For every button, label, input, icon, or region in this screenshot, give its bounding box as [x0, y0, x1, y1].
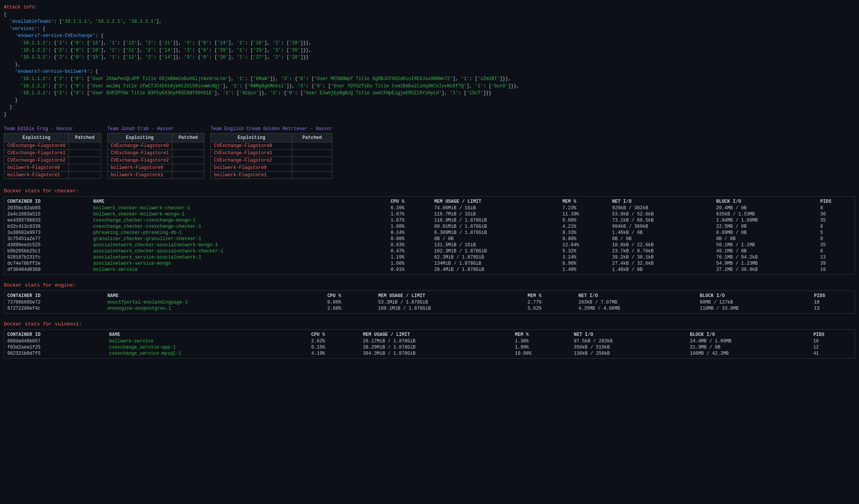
cell-3: 26.17MiB / 1.878GiB — [360, 338, 512, 344]
name-cell: phreaking_checker-phreaking-db-1 — [90, 230, 387, 236]
cell-7: 35 — [817, 242, 855, 248]
cell-0: 982321b0d7f5 — [4, 350, 106, 357]
cell-5: 97.5kB / 283kB — [571, 338, 687, 344]
table-row: 3a38662e9973phreaking_checker-phreaking-… — [4, 230, 855, 236]
patched-item — [172, 149, 204, 157]
cell-7: 12 — [810, 344, 855, 350]
patched-item — [69, 171, 101, 179]
cell-4: 1.99% — [512, 344, 571, 350]
name-cell: enoengine-enopostgres-1 — [104, 305, 324, 312]
patched-item — [292, 142, 332, 149]
cell-5: 27.4kB / 32.6kB — [609, 260, 713, 267]
docker-col-header-0: CONTAINER ID — [4, 331, 106, 338]
name-cell: cvexchange_service-app-1 — [106, 344, 308, 350]
cell-7: 18 — [811, 299, 855, 305]
cell-0: b32c413c8338 — [4, 224, 90, 230]
patched-item — [172, 142, 204, 149]
exploiting-item: bollwerk-Flagstore0 — [4, 164, 69, 171]
docker-col-header-3: MEM USAGE / LIMIT — [431, 198, 559, 205]
col-patched-2: Patched — [292, 133, 332, 142]
patched-item — [69, 149, 101, 157]
cell-2: 1.67% — [387, 217, 431, 224]
docker-col-header-1: NAME — [106, 331, 308, 338]
team-english-cream-table: Exploiting Patched CVExchange-Flagstore0… — [210, 133, 332, 179]
cell-4: 6.96% — [559, 260, 609, 267]
docker-col-header-6: BLOCK I/O — [697, 292, 811, 299]
cell-5: 0B / 0B — [609, 236, 713, 242]
exploiting-item: CVExchange-Flagstore2 — [211, 157, 292, 164]
cell-0: 73700b605e72 — [4, 299, 104, 305]
col-patched-1: Patched — [172, 133, 204, 142]
cell-7: 13 — [811, 305, 855, 312]
team-english-cream: Team English Cream Golden Retriever - Ha… — [210, 126, 332, 179]
docker-col-header-5: NET I/O — [571, 331, 687, 338]
cell-7: 8 — [817, 205, 855, 211]
table-row: 3c75451a2e77granulizer_checker-granulize… — [4, 236, 855, 242]
cell-2: 0.24% — [387, 230, 431, 236]
cell-4: 0.00% — [559, 236, 609, 242]
patched-item — [292, 164, 332, 171]
docker-col-header-0: CONTAINER ID — [4, 198, 90, 205]
docker-title-0: Docker stats for checker: — [4, 188, 855, 194]
patched-item — [292, 149, 332, 157]
table-row: dc74e70bff2easocialnetwork-service-mongo… — [4, 260, 855, 267]
patched-item — [172, 171, 204, 179]
cell-6: 635kB / 1.53MB — [713, 211, 817, 217]
cell-2: 0.47% — [387, 248, 431, 254]
docker-col-header-2: CPU % — [324, 292, 375, 299]
docker-title-2: Docker stats for vulnbox1: — [4, 321, 855, 327]
docker-col-header-7: PIDS — [817, 198, 855, 205]
cell-4: 4.21% — [559, 224, 609, 230]
docker-col-header-0: CONTAINER ID — [4, 292, 104, 299]
cell-0: 808da646b057 — [4, 338, 106, 344]
cell-3: 108.1MiB / 1.878GiB — [375, 305, 524, 312]
cell-4: 1.48% — [559, 267, 609, 273]
docker-col-header-1: NAME — [90, 198, 387, 205]
patched-item — [172, 157, 204, 164]
cell-7: 35 — [817, 217, 855, 224]
patched-item — [172, 164, 204, 171]
cell-2: 0.06% — [324, 299, 375, 305]
cell-3: 6.309MiB / 1.878GiB — [431, 230, 559, 236]
team-jonah-crab-title: Team Jonah Crab - Haxxor — [107, 126, 205, 132]
docker-col-header-1: NAME — [104, 292, 324, 299]
cell-7: 36 — [817, 211, 855, 217]
docker-col-header-5: NET I/O — [575, 292, 697, 299]
docker-table-2: CONTAINER IDNAMECPU %MEM USAGE / LIMITME… — [4, 331, 855, 357]
team-jonah-crab-table: Exploiting Patched CVExchange-Flagstore0… — [107, 133, 205, 179]
exploiting-item: bollwerk-Flagstore1 — [107, 171, 172, 179]
cell-4: 1.36% — [512, 338, 571, 344]
exploiting-item: bollwerk-Flagstore0 — [107, 164, 172, 171]
table-row: f03d2aee1f25cvexchange_service-app-10.15… — [4, 344, 855, 350]
team-jonah-crab: Team Jonah Crab - Haxxor Exploiting Patc… — [107, 126, 205, 179]
table-row: 2a4c1683a515bollwerk_checker-bollwerk-mo… — [4, 211, 855, 217]
cell-2: 1.19% — [387, 254, 431, 260]
cell-6: 22.5MB / 0B — [713, 224, 817, 230]
name-cell: cvexchange_checker-cvexchange-checker-1 — [90, 224, 387, 230]
cell-6: 50.1MB / 1.1MB — [713, 242, 817, 248]
cell-2: 0.15% — [308, 344, 360, 350]
patched-item — [69, 164, 101, 171]
exploiting-item: CVExchange-Flagstore1 — [107, 149, 172, 157]
table-row: ee4395796033cvexchange_checker-cvexchang… — [4, 217, 855, 224]
cell-7: 5 — [817, 230, 855, 236]
docker-table-wrapper-1: CONTAINER IDNAMECPU %MEM USAGE / LIMITME… — [4, 290, 855, 314]
patched-item — [69, 142, 101, 149]
table-row: df30404d0360bollwerk-service0.01%28.4MiB… — [4, 267, 855, 273]
cell-4: 3.24% — [559, 254, 609, 260]
table-row: 2035bc82ab85bollwerk_checker-bollwerk-ch… — [4, 205, 855, 211]
cell-3: 384.3MiB / 1.878GiB — [360, 350, 512, 357]
exploiting-item: bollwerk-Flagstore0 — [211, 164, 292, 171]
name-cell: bollwerk_checker-bollwerk-checker-1 — [90, 205, 387, 211]
exploiting-item: bollwerk-Flagstore1 — [4, 171, 69, 179]
cell-5: 39.2kB / 30.1kB — [609, 254, 713, 260]
patched-item — [69, 157, 101, 164]
cell-3: 74.06MiB / 1GiB — [431, 205, 559, 211]
docker-title-1: Docker stats for engine: — [4, 282, 855, 288]
cell-4: 12.84% — [559, 242, 609, 248]
col-exploiting-0: Exploiting — [4, 133, 69, 142]
name-cell: bollwerk-service — [106, 338, 308, 344]
cell-6: 0B / 0B — [713, 236, 817, 242]
cell-5: 136kB / 250kB — [571, 350, 687, 357]
cell-2: 0.63% — [387, 242, 431, 248]
